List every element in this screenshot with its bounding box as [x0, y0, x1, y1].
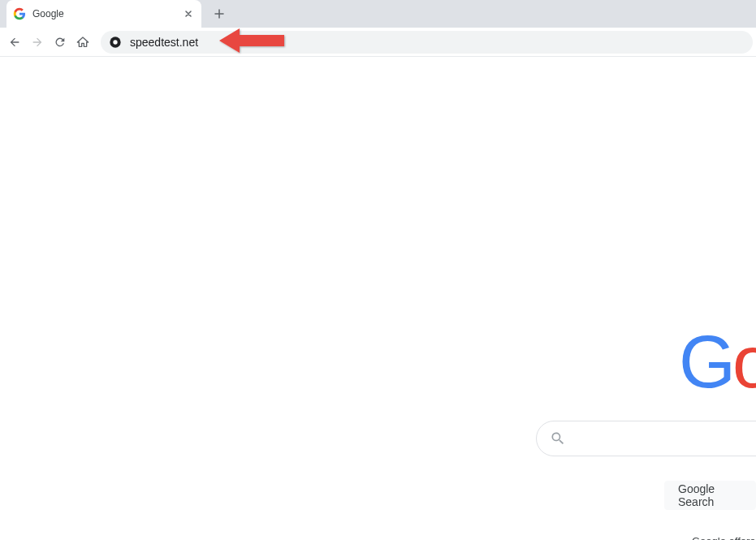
- forward-button: [26, 31, 49, 54]
- google-logo: Go: [679, 321, 756, 404]
- toolbar: speedtest.net: [0, 28, 756, 57]
- search-icon: [550, 430, 566, 447]
- google-search-button[interactable]: Google Search: [664, 481, 756, 510]
- tab-title: Google: [32, 8, 182, 19]
- site-info-icon[interactable]: [109, 36, 122, 49]
- address-bar[interactable]: speedtest.net: [101, 31, 753, 54]
- address-text: speedtest.net: [130, 36, 198, 49]
- search-input[interactable]: [536, 421, 756, 456]
- google-favicon-icon: [13, 7, 26, 20]
- browser-tab[interactable]: Google: [6, 0, 201, 28]
- back-button[interactable]: [3, 31, 26, 54]
- close-tab-icon[interactable]: [182, 7, 195, 20]
- home-button[interactable]: [71, 31, 94, 54]
- reload-button[interactable]: [49, 31, 71, 54]
- new-tab-button[interactable]: [208, 2, 231, 25]
- page-content: Go Google Search Google offere: [0, 57, 756, 540]
- offered-languages-text: Google offere: [692, 535, 756, 540]
- tab-strip: Google: [0, 0, 756, 28]
- svg-point-1: [113, 40, 117, 44]
